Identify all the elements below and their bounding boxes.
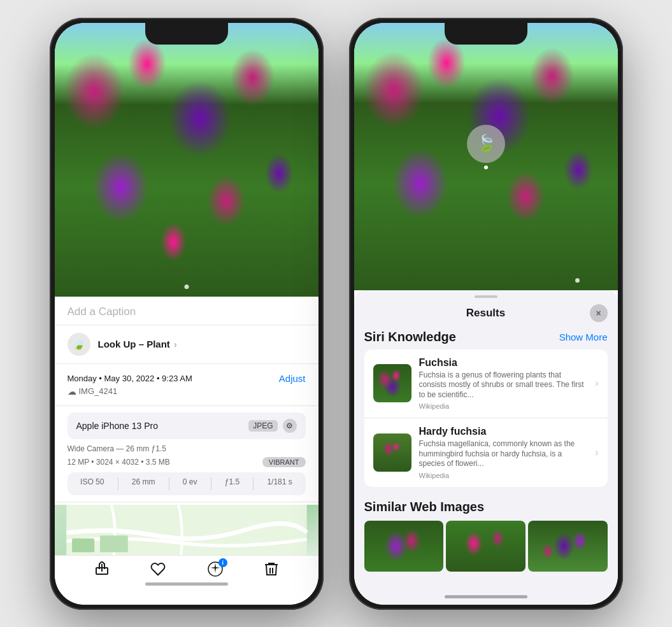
delete-button[interactable] (264, 561, 278, 577)
right-phone: 🍃 Results × (349, 18, 623, 610)
ev-value: 0 ev (183, 477, 197, 490)
metadata-section: Monday • May 30, 2022 • 9:23 AM Adjust ☁… (55, 364, 318, 406)
jpeg-badge: JPEG (248, 420, 277, 432)
cloud-icon: ☁ (68, 386, 76, 397)
hardy-thumbnail (373, 433, 411, 472)
hardy-name: Hardy fuchsia (419, 426, 588, 437)
hardy-chevron: › (595, 447, 598, 458)
hardy-thumb-img (373, 433, 411, 472)
similar-title: Similar Web Images (364, 500, 608, 514)
exif-divider3 (211, 477, 211, 490)
left-phone: Add a Caption 🍃 Look Up – Plant › (50, 18, 324, 610)
lookup-label: Look Up – Plant › (98, 339, 177, 350)
right-home-indicator (445, 595, 527, 598)
fuchsia-info: Fuchsia Fuchsia is a genus of flowering … (419, 357, 588, 411)
specs-text: 12 MP • 3024 × 4032 • 3.5 MB (68, 458, 170, 467)
device-row: Apple iPhone 13 Pro JPEG ⚙ (68, 412, 306, 439)
visual-lookup-icon: 🍃 (476, 134, 496, 153)
hardy-info: Hardy fuchsia Fuchsia magellanica, commo… (419, 426, 588, 479)
photo-display[interactable] (55, 23, 318, 297)
show-more-button[interactable]: Show More (559, 332, 608, 342)
iso-value: ISO 50 (80, 477, 104, 490)
photo-date: Monday • May 30, 2022 • 9:23 AM (68, 374, 192, 383)
sheet-handle (475, 295, 497, 298)
exif-divider (118, 477, 118, 490)
notch (145, 23, 228, 45)
vibrant-badge: VIBRANT (262, 457, 306, 467)
fuchsia-thumb-img (373, 364, 411, 402)
results-title: Results (382, 307, 590, 320)
caption-input[interactable]: Add a Caption (68, 306, 136, 318)
filename-row: ☁ IMG_4241 (68, 386, 306, 397)
home-indicator (145, 582, 228, 586)
aperture-value: ƒ1.5 (225, 477, 239, 490)
right-phone-screen: 🍃 Results × (354, 23, 618, 605)
settings-icon[interactable]: ⚙ (283, 419, 297, 433)
device-badges: JPEG ⚙ (248, 419, 296, 433)
map-svg (55, 505, 318, 555)
filename: IMG_4241 (79, 386, 118, 396)
lookup-chevron: › (174, 339, 177, 349)
visual-lookup-dot (484, 166, 488, 169)
right-page-indicator (575, 278, 580, 283)
device-name: Apple iPhone 13 Pro (76, 421, 158, 431)
left-phone-inner: Add a Caption 🍃 Look Up – Plant › (55, 23, 318, 605)
hardy-fuchsia-item[interactable]: Hardy fuchsia Fuchsia magellanica, commo… (364, 418, 608, 487)
visual-lookup-button[interactable]: 🍃 (467, 125, 505, 163)
hardy-desc: Fuchsia magellanica, commonly known as t… (419, 439, 588, 469)
container: Add a Caption 🍃 Look Up – Plant › (0, 0, 672, 627)
results-header: Results × (354, 302, 618, 330)
leaf-icon: 🍃 (73, 338, 85, 350)
shutter-speed: 1/181 s (267, 477, 292, 490)
fuchsia-item[interactable]: Fuchsia Fuchsia is a genus of flowering … (364, 349, 608, 419)
toolbar-row: i (55, 561, 318, 577)
map-preview[interactable] (55, 505, 318, 555)
close-button[interactable]: × (590, 304, 608, 322)
fuchsia-source: Wikipedia (419, 402, 588, 410)
date-row: Monday • May 30, 2022 • 9:23 AM Adjust (68, 373, 306, 384)
share-button[interactable] (94, 561, 110, 577)
right-photo-display[interactable]: 🍃 (354, 23, 618, 290)
page-indicator-dot (184, 285, 189, 289)
device-section: Apple iPhone 13 Pro JPEG ⚙ Wide Camera —… (55, 406, 318, 502)
fuchsia-name: Fuchsia (419, 357, 588, 369)
fuchsia-desc: Fuchsia is a genus of flowering plants t… (419, 370, 588, 400)
similar-images-grid (364, 521, 608, 572)
photo-specs: 12 MP • 3024 × 4032 • 3.5 MB VIBRANT (68, 457, 306, 467)
caption-area[interactable]: Add a Caption (55, 297, 318, 325)
right-notch (445, 23, 527, 45)
focal-length: 26 mm (132, 477, 155, 490)
fuchsia-thumbnail (373, 364, 411, 402)
camera-info: Wide Camera — 26 mm ƒ1.5 (68, 444, 306, 453)
info-button[interactable]: i (207, 561, 224, 577)
knowledge-card: Fuchsia Fuchsia is a genus of flowering … (364, 349, 608, 488)
results-sheet: Results × Siri Knowledge Show More (354, 290, 618, 605)
info-badge: i (218, 558, 227, 567)
adjust-button[interactable]: Adjust (279, 373, 306, 384)
svg-rect-2 (99, 535, 127, 552)
similar-section: Similar Web Images (354, 492, 618, 579)
exif-row: ISO 50 26 mm 0 ev ƒ1.5 1/181 s (68, 472, 306, 495)
similar-image-2[interactable] (446, 521, 525, 572)
exif-divider2 (169, 477, 169, 490)
section-header: Siri Knowledge Show More (364, 330, 608, 344)
fuchsia-chevron: › (595, 377, 598, 389)
flower-image (55, 23, 318, 297)
right-phone-inner: 🍃 Results × (354, 23, 618, 605)
siri-knowledge-section: Siri Knowledge Show More Fuch (354, 330, 618, 493)
lookup-row[interactable]: 🍃 Look Up – Plant › (55, 325, 318, 364)
svg-rect-1 (72, 538, 94, 552)
bottom-toolbar: i (55, 555, 318, 605)
favorite-button[interactable] (150, 561, 166, 577)
similar-image-3[interactable] (528, 521, 608, 572)
left-phone-screen: Add a Caption 🍃 Look Up – Plant › (55, 23, 318, 605)
exif-divider4 (253, 477, 254, 490)
hardy-source: Wikipedia (419, 472, 588, 479)
lookup-icon: 🍃 (68, 333, 90, 356)
similar-image-1[interactable] (364, 521, 444, 572)
siri-knowledge-title: Siri Knowledge (364, 330, 456, 344)
